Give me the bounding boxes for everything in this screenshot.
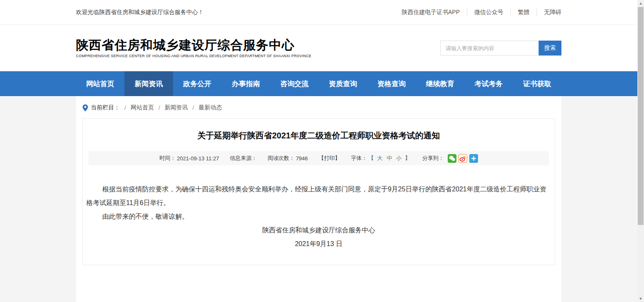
weibo-icon[interactable] xyxy=(459,154,467,163)
nav-item-gov-affairs[interactable]: 政务公开 xyxy=(173,71,222,96)
meta-source-label: 信息来源： xyxy=(230,155,257,162)
scroll-up-arrow-icon[interactable]: ▲ xyxy=(637,0,644,7)
topbar: 欢迎光临陕西省住房和城乡建设厅综合服务中心！ 陕西住建电子证书APP 微信公众号… xyxy=(0,0,637,25)
topbar-link-wechat-official[interactable]: 微信公众号 xyxy=(467,9,510,16)
meta-time-value: 2021-09-13 11:27 xyxy=(177,155,219,162)
site-logo[interactable]: 陕西省住房和城乡建设厅综合服务中心 COMPREHENSIVE SERVICE … xyxy=(76,38,312,58)
font-size-large-button[interactable]: 大 xyxy=(377,155,383,162)
scrollbar-thumb[interactable] xyxy=(638,7,644,225)
meta-views-label: 阅读次数： xyxy=(268,155,295,162)
meta-views-value: 7946 xyxy=(296,155,308,162)
print-button[interactable]: 【打印】 xyxy=(319,155,340,162)
nav-item-qualification-query[interactable]: 资质查询 xyxy=(319,71,367,96)
article-paragraph: 由此带来的不便，敬请谅解。 xyxy=(86,210,551,223)
nav-item-credential-query[interactable]: 资格查询 xyxy=(367,71,416,96)
topbar-link-accessibility[interactable]: 无障碍 xyxy=(537,9,561,16)
share-more-icon[interactable] xyxy=(469,154,478,163)
page: 欢迎光临陕西省住房和城乡建设厅综合服务中心！ 陕西住建电子证书APP 微信公众号… xyxy=(0,0,637,302)
share-icons xyxy=(446,154,478,163)
site-subtitle: COMPREHENSIVE SERVICE CENTER OF HOUSING … xyxy=(76,54,312,58)
meta-source: 信息来源： xyxy=(230,155,257,162)
article-date: 2021年9月13 日 xyxy=(86,237,551,251)
meta-time: 时间： 2021-09-13 11:27 xyxy=(159,155,219,162)
search-box: 搜索 xyxy=(440,41,561,56)
breadcrumb-separator: / xyxy=(124,104,126,111)
location-pin-icon xyxy=(83,104,88,111)
topbar-links: 陕西住建电子证书APP 微信公众号 繁體 无障碍 xyxy=(395,9,561,16)
article-panel: 关于延期举行陕西省2021年度二级造价工程师职业资格考试的通知 时间： 2021… xyxy=(82,118,555,265)
article-body: 根据当前疫情防控要求，为确保十四运和残特奥会安全顺利举办，经报上级有关部门同意，… xyxy=(86,182,551,251)
breadcrumb-item-home[interactable]: 网站首页 xyxy=(131,104,154,111)
font-bracket-open: 【 xyxy=(368,155,374,162)
nav-item-certificate[interactable]: 证书获取 xyxy=(513,71,561,96)
meta-views: 阅读次数： 7946 xyxy=(268,155,308,162)
header: 陕西省住房和城乡建设厅综合服务中心 COMPREHENSIVE SERVICE … xyxy=(0,25,637,71)
search-input[interactable] xyxy=(440,41,539,56)
breadcrumb: 当前栏目： / 网站首页 / 新闻资讯 / 最新动态 xyxy=(76,96,561,111)
breadcrumb-separator: / xyxy=(193,104,194,111)
main-nav: 网站首页 新闻资讯 政务公开 办事指南 咨询交流 资质查询 资格查询 继续教育 … xyxy=(0,71,637,96)
nav-item-examination[interactable]: 考试考务 xyxy=(464,71,513,96)
search-button[interactable]: 搜索 xyxy=(539,41,561,56)
breadcrumb-label: 当前栏目： xyxy=(91,104,120,111)
site-title: 陕西省住房和城乡建设厅综合服务中心 xyxy=(76,38,312,53)
article-title: 关于延期举行陕西省2021年度二级造价工程师职业资格考试的通知 xyxy=(87,130,551,141)
share-label: 分享到： xyxy=(422,155,444,162)
nav-item-consultation[interactable]: 咨询交流 xyxy=(270,71,319,96)
article-meta-bar: 时间： 2021-09-13 11:27 信息来源： 阅读次数： 7946 【打… xyxy=(88,151,549,165)
article-signature: 陕西省住房和城乡建设厅综合服务中心 xyxy=(86,223,551,237)
font-bracket-close: 】 xyxy=(405,155,410,162)
nav-item-home[interactable]: 网站首页 xyxy=(76,71,124,96)
breadcrumb-item-news[interactable]: 新闻资讯 xyxy=(165,104,188,111)
meta-share: 分享到： xyxy=(422,154,478,163)
scrollbar: ▲ ▼ xyxy=(637,0,644,302)
nav-item-news[interactable]: 新闻资讯 xyxy=(124,71,173,96)
nav-item-service-guide[interactable]: 办事指南 xyxy=(222,71,270,96)
scroll-down-arrow-icon[interactable]: ▼ xyxy=(637,295,644,302)
topbar-link-traditional-chinese[interactable]: 繁體 xyxy=(510,9,537,16)
font-size-small-button[interactable]: 小 xyxy=(396,155,402,162)
breadcrumb-separator: / xyxy=(159,104,160,111)
font-size-medium-button[interactable]: 中 xyxy=(387,155,392,162)
wechat-icon[interactable] xyxy=(448,154,456,163)
article-paragraph: 根据当前疫情防控要求，为确保十四运和残特奥会安全顺利举办，经报上级有关部门同意，… xyxy=(86,182,551,210)
nav-item-continuing-education[interactable]: 继续教育 xyxy=(416,71,464,96)
topbar-link-certificate-app[interactable]: 陕西住建电子证书APP xyxy=(395,9,467,16)
meta-font-size: 字体： 【 大 中 小 】 xyxy=(351,155,412,162)
meta-time-label: 时间： xyxy=(159,155,176,162)
main-content: 当前栏目： / 网站首页 / 新闻资讯 / 最新动态 关于延期举行陕西省2021… xyxy=(0,96,637,302)
welcome-text: 欢迎光临陕西省住房和城乡建设厅综合服务中心！ xyxy=(76,9,204,16)
breadcrumb-item-latest[interactable]: 最新动态 xyxy=(199,104,222,111)
font-size-label: 字体： xyxy=(351,155,367,162)
